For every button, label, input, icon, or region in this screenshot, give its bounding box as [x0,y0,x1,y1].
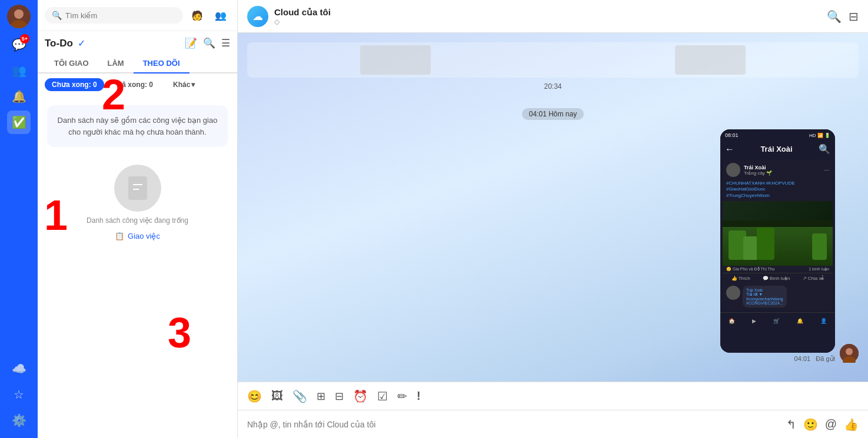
grid-toolbar-icon[interactable]: ⊞ [317,390,325,403]
messages-nav-icon[interactable]: 💬 5+ [7,33,31,56]
empty-task-area: Danh sách này sẽ gồm các công việc bạn g… [38,96,237,438]
timestamp-1: 20:34 [247,82,859,91]
svg-point-1 [14,9,24,19]
image-toolbar-icon[interactable]: 🖼 [271,389,283,403]
sent-message-row: 08:01 HD 📶 🔋 ← Trái Xoài 🔍 [247,129,859,363]
chat-avatar: ☁ [247,6,268,27]
phone-mockup: 08:01 HD 📶 🔋 ← Trái Xoài 🔍 [720,129,835,353]
exclaim-toolbar-icon[interactable]: ! [417,389,421,403]
left-panel: 🔍 🧑 👥 To-Do ✓ 📝 🔍 ☰ TÔI GIAO LÀM THEO DÕ… [38,0,238,438]
messages-badge: 5+ [20,34,29,44]
avatar[interactable] [7,5,31,28]
alarm-toolbar-icon[interactable]: ⏰ [353,389,368,403]
search-chat-icon[interactable]: 🔍 [827,9,842,24]
group-icon[interactable]: 👥 [211,6,230,25]
compose-icon[interactable]: 📝 [185,37,197,49]
fb-post: Trái Xoài Trồng cây 🌱 ··· #CHUNHATXANH #… [723,159,833,310]
tabs-row: TÔI GIAO LÀM THEO DÕI [38,52,237,73]
task-toolbar-icon[interactable]: ☑ [377,389,388,403]
reply-icon[interactable]: ↰ [786,417,796,432]
main-area: ☁ Cloud của tôi ◇ 🔍 ⊟ 20:34 04:01 Hôm na… [238,0,868,438]
draw-toolbar-icon[interactable]: ✏ [397,389,407,403]
fb-avatar [726,163,740,177]
filter-row: Chưa xong: 0 Đã xong: 0 Khác ▾ [38,73,237,96]
chat-header-info: Cloud của tôi ◇ [274,7,821,26]
tasks-nav-icon[interactable]: ✅ [7,111,31,134]
starred-nav-icon[interactable]: ☆ [7,383,31,406]
fb-post-header: Trái Xoài Trồng cây 🌱 ··· [723,159,833,180]
svg-point-5 [846,348,853,355]
columns-icon[interactable]: ⊟ [849,9,859,24]
layout-toolbar-icon[interactable]: ⊟ [335,390,344,403]
empty-icon [114,165,161,212]
notifications-nav-icon[interactable]: 🔔 [7,85,31,108]
sender-avatar [840,344,859,363]
phone-tab-bar: 🏠 ▶ 🛒 🔔 👤 [720,312,835,329]
emoji-input-icon[interactable]: 🙂 [803,417,818,432]
contacts-nav-icon[interactable]: 👥 [7,59,31,82]
tab-toi-giao[interactable]: TÔI GIAO [45,54,98,73]
fb-post-actions: 👍 Thích 💬 Bình luận ↗ Chia sẻ [723,273,833,283]
msg-content: 08:01 HD 📶 🔋 ← Trái Xoài 🔍 [720,129,835,363]
filter-chua-xong[interactable]: Chưa xong: 0 [45,78,104,91]
fb-comment: Trái XoàiTrả lời ▼#congviechanhdang#CONG… [723,283,833,310]
todo-title: To-Do [45,38,73,49]
tab-lam[interactable]: LÀM [98,54,134,73]
filter-khac[interactable]: Khác ▾ [166,78,202,91]
panel-header: 🔍 🧑 👥 [38,0,237,31]
chat-input[interactable] [247,420,780,429]
time-separator: 04:01 Hôm nay [247,108,859,120]
chat-subtitle: ◇ [274,18,821,26]
phone-status-bar: 08:01 HD 📶 🔋 [720,129,835,141]
assign-link[interactable]: 📋 Giao việc [115,232,160,240]
tab-theo-doi[interactable]: THEO DÕI [134,54,189,73]
filter-da-xong[interactable]: Đã xong: 0 [110,78,160,91]
chat-title: Cloud của tôi [274,7,821,18]
cloud-nav-icon[interactable]: ☁️ [7,357,31,380]
assign-icon: 📋 [115,232,124,240]
emoji-toolbar-icon[interactable]: 😊 [247,389,262,403]
attach-toolbar-icon[interactable]: 📎 [292,389,307,403]
chat-header-actions: 🔍 ⊟ [827,9,859,24]
chat-toolbar: 😊 🖼 📎 ⊞ ⊟ ⏰ ☑ ✏ ! [238,382,868,410]
add-contact-icon[interactable]: 🧑 [188,6,207,25]
empty-label: Danh sách công việc đang trống [87,216,188,225]
settings-nav-icon[interactable]: ⚙️ [7,409,31,432]
search-icon: 🔍 [52,11,62,20]
input-action-icons: ↰ 🙂 @ 👍 [786,417,859,432]
info-card: Danh sách này sẽ gồm các công việc bạn g… [47,105,228,147]
phone-content: Trái Xoài Trồng cây 🌱 ··· #CHUNHATXANH #… [720,157,835,353]
todo-title-bar: To-Do ✓ 📝 🔍 ☰ [38,31,237,52]
check-icon: ✓ [78,38,85,49]
search-input[interactable] [65,11,176,20]
more-icon[interactable]: ☰ [221,37,230,49]
svg-rect-3 [128,176,147,200]
chat-body: 20:34 04:01 Hôm nay 08:01 HD 📶 🔋 ← Trái … [238,33,868,382]
chat-header: ☁ Cloud của tôi ◇ 🔍 ⊟ [238,0,868,33]
at-icon[interactable]: @ [825,417,837,431]
chat-input-area: ↰ 🙂 @ 👍 [238,410,868,438]
chevron-down-icon: ▾ [191,81,195,89]
like-icon[interactable]: 👍 [844,417,859,432]
fb-post-img [723,201,833,266]
sidebar-narrow: 💬 5+ 👥 🔔 ✅ ☁️ ☆ ⚙️ [0,0,38,438]
msg-meta: 04:01 Đã gửi [794,355,835,363]
search-todo-icon[interactable]: 🔍 [203,37,215,49]
phone-header: ← Trái Xoài 🔍 [720,141,835,157]
search-box[interactable]: 🔍 [45,7,183,24]
todo-title-icons: 📝 🔍 ☰ [185,37,230,49]
top-section: 20:34 [247,42,859,93]
